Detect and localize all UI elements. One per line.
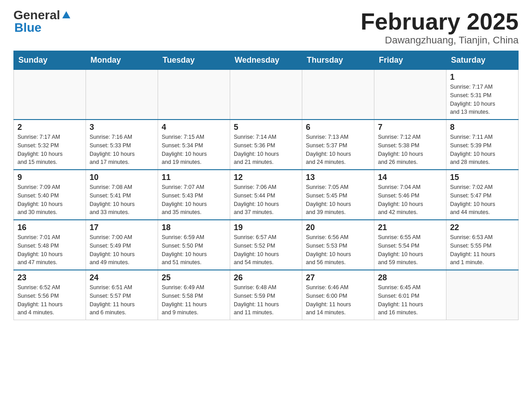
day-number: 12 bbox=[234, 173, 298, 182]
day-info: Sunrise: 6:59 AM Sunset: 5:50 PM Dayligh… bbox=[162, 233, 226, 267]
week-row-0: 1Sunrise: 7:17 AM Sunset: 5:31 PM Daylig… bbox=[14, 70, 519, 120]
day-info: Sunrise: 7:06 AM Sunset: 5:44 PM Dayligh… bbox=[234, 183, 298, 217]
day-info: Sunrise: 7:16 AM Sunset: 5:33 PM Dayligh… bbox=[90, 133, 154, 167]
day-cell: 14Sunrise: 7:04 AM Sunset: 5:46 PM Dayli… bbox=[374, 170, 446, 220]
day-number: 18 bbox=[162, 223, 226, 232]
logo-triangle-icon bbox=[61, 10, 71, 20]
day-cell: 6Sunrise: 7:13 AM Sunset: 5:37 PM Daylig… bbox=[302, 120, 374, 170]
day-info: Sunrise: 7:04 AM Sunset: 5:46 PM Dayligh… bbox=[378, 183, 442, 217]
day-info: Sunrise: 6:55 AM Sunset: 5:54 PM Dayligh… bbox=[378, 233, 442, 267]
day-number: 8 bbox=[450, 123, 515, 132]
day-cell: 22Sunrise: 6:53 AM Sunset: 5:55 PM Dayli… bbox=[446, 220, 519, 270]
day-cell: 9Sunrise: 7:09 AM Sunset: 5:40 PM Daylig… bbox=[14, 170, 86, 220]
day-number: 26 bbox=[234, 273, 298, 283]
day-number: 28 bbox=[378, 273, 442, 283]
day-cell: 27Sunrise: 6:46 AM Sunset: 6:00 PM Dayli… bbox=[302, 270, 374, 320]
day-number: 16 bbox=[17, 223, 82, 232]
day-number: 4 bbox=[162, 123, 226, 132]
day-info: Sunrise: 7:12 AM Sunset: 5:38 PM Dayligh… bbox=[378, 133, 442, 167]
day-number: 17 bbox=[90, 223, 154, 232]
day-cell: 12Sunrise: 7:06 AM Sunset: 5:44 PM Dayli… bbox=[230, 170, 302, 220]
page-header: General Blue February 2025 Dawangzhuang,… bbox=[13, 9, 519, 46]
day-info: Sunrise: 6:52 AM Sunset: 5:56 PM Dayligh… bbox=[17, 283, 82, 317]
day-cell bbox=[14, 70, 86, 120]
day-info: Sunrise: 7:07 AM Sunset: 5:43 PM Dayligh… bbox=[162, 183, 226, 217]
day-number: 10 bbox=[90, 173, 154, 182]
month-title: February 2025 bbox=[360, 9, 519, 34]
header-cell-sunday: Sunday bbox=[14, 51, 86, 70]
header-row: SundayMondayTuesdayWednesdayThursdayFrid… bbox=[14, 51, 519, 70]
day-number: 7 bbox=[378, 123, 442, 132]
day-info: Sunrise: 6:45 AM Sunset: 6:01 PM Dayligh… bbox=[378, 283, 442, 317]
day-info: Sunrise: 7:15 AM Sunset: 5:34 PM Dayligh… bbox=[162, 133, 226, 167]
day-number: 11 bbox=[162, 173, 226, 182]
day-cell: 3Sunrise: 7:16 AM Sunset: 5:33 PM Daylig… bbox=[86, 120, 158, 170]
day-number: 15 bbox=[450, 173, 515, 182]
day-cell: 2Sunrise: 7:17 AM Sunset: 5:32 PM Daylig… bbox=[14, 120, 86, 170]
day-cell: 13Sunrise: 7:05 AM Sunset: 5:45 PM Dayli… bbox=[302, 170, 374, 220]
day-number: 1 bbox=[450, 73, 515, 82]
logo-blue-text: Blue bbox=[14, 21, 42, 34]
location-text: Dawangzhuang, Tianjin, China bbox=[360, 34, 519, 46]
day-cell: 24Sunrise: 6:51 AM Sunset: 5:57 PM Dayli… bbox=[86, 270, 158, 320]
day-info: Sunrise: 7:02 AM Sunset: 5:47 PM Dayligh… bbox=[450, 183, 515, 217]
day-number: 5 bbox=[234, 123, 298, 132]
day-number: 20 bbox=[306, 223, 370, 232]
header-cell-monday: Monday bbox=[86, 51, 158, 70]
day-info: Sunrise: 7:11 AM Sunset: 5:39 PM Dayligh… bbox=[450, 133, 515, 167]
day-cell bbox=[230, 70, 302, 120]
day-cell: 26Sunrise: 6:48 AM Sunset: 5:59 PM Dayli… bbox=[230, 270, 302, 320]
day-info: Sunrise: 6:48 AM Sunset: 5:59 PM Dayligh… bbox=[234, 283, 298, 317]
day-info: Sunrise: 6:49 AM Sunset: 5:58 PM Dayligh… bbox=[162, 283, 226, 317]
day-cell: 1Sunrise: 7:17 AM Sunset: 5:31 PM Daylig… bbox=[446, 70, 519, 120]
header-cell-friday: Friday bbox=[374, 51, 446, 70]
day-cell bbox=[302, 70, 374, 120]
day-number: 21 bbox=[378, 223, 442, 232]
day-info: Sunrise: 7:17 AM Sunset: 5:31 PM Dayligh… bbox=[450, 83, 515, 116]
day-number: 13 bbox=[306, 173, 370, 182]
day-info: Sunrise: 7:14 AM Sunset: 5:36 PM Dayligh… bbox=[234, 133, 298, 167]
day-cell: 8Sunrise: 7:11 AM Sunset: 5:39 PM Daylig… bbox=[446, 120, 519, 170]
day-cell: 16Sunrise: 7:01 AM Sunset: 5:48 PM Dayli… bbox=[14, 220, 86, 270]
day-info: Sunrise: 7:01 AM Sunset: 5:48 PM Dayligh… bbox=[17, 233, 82, 267]
day-info: Sunrise: 7:05 AM Sunset: 5:45 PM Dayligh… bbox=[306, 183, 370, 217]
day-info: Sunrise: 6:46 AM Sunset: 6:00 PM Dayligh… bbox=[306, 283, 370, 317]
day-cell: 11Sunrise: 7:07 AM Sunset: 5:43 PM Dayli… bbox=[158, 170, 230, 220]
day-cell bbox=[446, 270, 519, 320]
day-number: 9 bbox=[17, 173, 82, 182]
day-number: 3 bbox=[90, 123, 154, 132]
day-number: 22 bbox=[450, 223, 515, 232]
header-cell-thursday: Thursday bbox=[302, 51, 374, 70]
calendar-table: SundayMondayTuesdayWednesdayThursdayFrid… bbox=[13, 51, 519, 320]
day-cell: 18Sunrise: 6:59 AM Sunset: 5:50 PM Dayli… bbox=[158, 220, 230, 270]
title-block: February 2025 Dawangzhuang, Tianjin, Chi… bbox=[360, 9, 519, 46]
header-cell-tuesday: Tuesday bbox=[158, 51, 230, 70]
day-info: Sunrise: 6:56 AM Sunset: 5:53 PM Dayligh… bbox=[306, 233, 370, 267]
day-number: 27 bbox=[306, 273, 370, 283]
day-info: Sunrise: 7:09 AM Sunset: 5:40 PM Dayligh… bbox=[17, 183, 82, 217]
day-cell: 17Sunrise: 7:00 AM Sunset: 5:49 PM Dayli… bbox=[86, 220, 158, 270]
day-cell: 4Sunrise: 7:15 AM Sunset: 5:34 PM Daylig… bbox=[158, 120, 230, 170]
day-number: 24 bbox=[90, 273, 154, 283]
day-cell: 10Sunrise: 7:08 AM Sunset: 5:41 PM Dayli… bbox=[86, 170, 158, 220]
day-info: Sunrise: 7:08 AM Sunset: 5:41 PM Dayligh… bbox=[90, 183, 154, 217]
day-cell: 20Sunrise: 6:56 AM Sunset: 5:53 PM Dayli… bbox=[302, 220, 374, 270]
day-cell bbox=[158, 70, 230, 120]
day-info: Sunrise: 6:57 AM Sunset: 5:52 PM Dayligh… bbox=[234, 233, 298, 267]
day-cell: 25Sunrise: 6:49 AM Sunset: 5:58 PM Dayli… bbox=[158, 270, 230, 320]
logo-general-text: General bbox=[13, 9, 60, 21]
week-row-1: 2Sunrise: 7:17 AM Sunset: 5:32 PM Daylig… bbox=[14, 120, 519, 170]
day-number: 6 bbox=[306, 123, 370, 132]
week-row-4: 23Sunrise: 6:52 AM Sunset: 5:56 PM Dayli… bbox=[14, 270, 519, 320]
day-number: 25 bbox=[162, 273, 226, 283]
header-cell-saturday: Saturday bbox=[446, 51, 519, 70]
day-cell bbox=[86, 70, 158, 120]
day-info: Sunrise: 7:17 AM Sunset: 5:32 PM Dayligh… bbox=[17, 133, 82, 167]
calendar-header: SundayMondayTuesdayWednesdayThursdayFrid… bbox=[14, 51, 519, 70]
day-cell: 5Sunrise: 7:14 AM Sunset: 5:36 PM Daylig… bbox=[230, 120, 302, 170]
day-info: Sunrise: 7:13 AM Sunset: 5:37 PM Dayligh… bbox=[306, 133, 370, 167]
week-row-2: 9Sunrise: 7:09 AM Sunset: 5:40 PM Daylig… bbox=[14, 170, 519, 220]
day-cell: 28Sunrise: 6:45 AM Sunset: 6:01 PM Dayli… bbox=[374, 270, 446, 320]
calendar-body: 1Sunrise: 7:17 AM Sunset: 5:31 PM Daylig… bbox=[14, 70, 519, 320]
logo-general-line: General bbox=[13, 9, 71, 21]
